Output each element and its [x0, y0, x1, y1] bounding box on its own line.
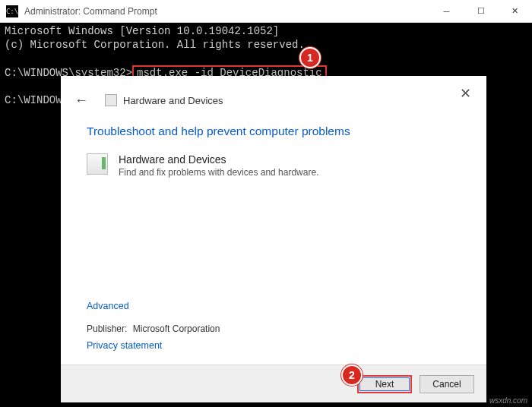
close-button[interactable]: ✕ [498, 0, 532, 23]
hardware-devices-icon [87, 153, 108, 175]
troubleshooter-dialog: ✕ ← Hardware and Devices Troubleshoot an… [61, 76, 486, 402]
cmd-titlebar[interactable]: C:\ Administrator: Command Prompt ─ ☐ ✕ [0, 0, 532, 23]
cmd-prompt-prefix: C:\WINDOWS [5, 94, 68, 106]
cmd-output-line: Microsoft Windows [Version 10.0.19042.10… [5, 25, 279, 37]
troubleshooter-icon [105, 94, 117, 106]
callout-badge-2: 2 [341, 364, 363, 386]
minimize-button[interactable]: ─ [429, 0, 464, 23]
troubleshooter-item-desc: Find and fix problems with devices and h… [119, 167, 318, 178]
privacy-statement-link[interactable]: Privacy statement [87, 340, 162, 351]
dialog-title: Hardware and Devices [123, 95, 223, 106]
publisher-value: Microsoft Corporation [133, 323, 220, 334]
callout-badge-1: 1 [299, 47, 321, 68]
publisher-row: Publisher: Microsoft Corporation [87, 323, 220, 334]
advanced-link[interactable]: Advanced [87, 301, 129, 311]
dialog-close-button[interactable]: ✕ [454, 82, 477, 105]
cmd-title: Administrator: Command Prompt [24, 6, 157, 17]
cmd-window-controls: ─ ☐ ✕ [429, 0, 532, 23]
troubleshooter-item[interactable]: Hardware and Devices Find and fix proble… [87, 153, 461, 178]
cmd-output-line: (c) Microsoft Corporation. All rights re… [5, 39, 305, 51]
next-button[interactable]: Next [357, 375, 412, 393]
dialog-header: ← Hardware and Devices [61, 80, 486, 120]
cmd-icon: C:\ [6, 5, 18, 17]
watermark: wsxdn.com [489, 396, 527, 405]
maximize-button[interactable]: ☐ [464, 0, 498, 23]
dialog-body: Troubleshoot and help prevent computer p… [61, 120, 486, 364]
dialog-footer: Next Cancel [61, 364, 486, 402]
troubleshooter-item-name: Hardware and Devices [119, 153, 318, 166]
dialog-heading: Troubleshoot and help prevent computer p… [87, 125, 461, 138]
back-button[interactable]: ← [70, 91, 93, 110]
back-arrow-icon: ← [74, 93, 88, 108]
publisher-label: Publisher: [87, 323, 127, 334]
close-icon: ✕ [460, 86, 471, 101]
cancel-button[interactable]: Cancel [420, 375, 474, 393]
